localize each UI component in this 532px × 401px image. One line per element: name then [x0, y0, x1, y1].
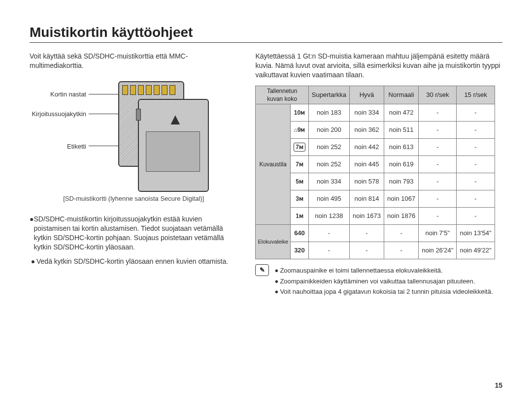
capacity-cell: - — [457, 104, 495, 122]
capacity-cell: - — [457, 208, 495, 225]
bullet-icon: ● — [30, 257, 36, 266]
capacity-cell: - — [457, 156, 495, 173]
capacity-cell: noin 334 — [349, 104, 384, 122]
sd-arrow-icon: ▲ — [167, 109, 183, 130]
capacity-cell: noin 252 — [308, 156, 349, 173]
size-cell: 10ᴍ — [291, 104, 309, 122]
note-2: Zoompainikkeiden käyttäminen voi vaikutt… — [280, 277, 475, 286]
capacity-cell: noin 619 — [384, 156, 419, 173]
capacity-cell: - — [419, 190, 457, 208]
fig-label-sticker: Etiketti — [30, 142, 86, 151]
capacity-cell: noin 511 — [384, 122, 419, 139]
sd-switch-icon — [136, 109, 141, 121]
bullet-icon: ● — [273, 266, 280, 275]
col-header: Normaali — [384, 86, 419, 104]
capacity-cell: noin 445 — [349, 156, 384, 173]
capacity-cell: noin 442 — [349, 139, 384, 156]
figure-caption: [SD-muistikortti (lyhenne sanoista Secur… — [30, 194, 237, 203]
capacity-cell: - — [384, 242, 419, 259]
fig-label-pins: Kortin nastat — [30, 90, 86, 99]
size-cell: 640 — [291, 225, 309, 242]
capacity-cell: - — [419, 122, 457, 139]
row-group-still: Kuvaustila — [256, 104, 291, 225]
left-bullet-1: SD/SDHC-muistikortin kirjoitussuojakytki… — [33, 215, 237, 252]
capacity-cell: noin 472 — [384, 104, 419, 122]
capacity-cell: - — [384, 225, 419, 242]
capacity-cell: noin 362 — [349, 122, 384, 139]
bullet-icon: ● — [273, 287, 280, 296]
note-icon: ✎ — [255, 264, 269, 276]
capacity-cell: - — [308, 242, 349, 259]
capacity-cell: - — [457, 139, 495, 156]
capacity-cell: - — [419, 139, 457, 156]
capacity-cell: noin 1876 — [384, 208, 419, 225]
capacity-cell: - — [419, 173, 457, 190]
capacity-cell: - — [419, 104, 457, 122]
left-bullet-2: Vedä kytkin SD/SDHC-kortin yläosaan enne… — [36, 257, 228, 266]
size-cell: 7ᴍ — [291, 156, 309, 173]
capacity-cell: noin 7'5" — [419, 225, 457, 242]
capacity-cell: noin 814 — [349, 190, 384, 208]
note-3: Voit nauhoittaa jopa 4 gigatavun kokoisi… — [280, 287, 493, 296]
left-intro: Voit käyttää sekä SD/SDHC-muistikorttia … — [30, 52, 237, 70]
col-header: Hyvä — [349, 86, 384, 104]
capacity-cell: noin 1067 — [384, 190, 419, 208]
size-cell: 7ᴍ — [291, 139, 309, 156]
col-header: 30 r/sek — [419, 86, 457, 104]
capacity-cell: noin 334 — [308, 173, 349, 190]
size-cell: 320 — [291, 242, 309, 259]
sd-pins-icon — [122, 85, 175, 95]
note-1: Zoomauspainike ei toimi tallennettaessa … — [280, 266, 442, 275]
capacity-cell: noin 1673 — [349, 208, 384, 225]
capacity-cell: noin 793 — [384, 173, 419, 190]
capacity-cell: noin 183 — [308, 104, 349, 122]
size-cell: ⌂9ᴍ — [291, 122, 309, 139]
capacity-cell: noin 252 — [308, 139, 349, 156]
capacity-cell: noin 495 — [308, 190, 349, 208]
col-header-size: Tallennetun kuvan koko — [256, 86, 308, 104]
capacity-cell: noin 578 — [349, 173, 384, 190]
capacity-cell: - — [457, 173, 495, 190]
bullet-icon: ● — [30, 215, 33, 252]
sd-label-area-icon — [146, 131, 200, 172]
right-intro: Käytettäessä 1 Gt:n SD-muistia kameraan … — [255, 52, 502, 80]
capacity-cell: - — [349, 225, 384, 242]
capacity-cell: - — [457, 190, 495, 208]
fig-label-switch: Kirjoitussuojakytkin — [30, 110, 86, 119]
page-title: Muistikortin käyttöohjeet — [30, 25, 502, 40]
capacity-cell: noin 49'22" — [457, 242, 495, 259]
row-group-movie: Elokuvaleike — [256, 225, 291, 259]
size-cell: 1ᴍ — [291, 208, 309, 225]
capacity-cell: noin 13'54" — [457, 225, 495, 242]
capacity-cell: - — [349, 242, 384, 259]
size-cell: 5ᴍ — [291, 173, 309, 190]
col-header: 15 r/sek — [457, 86, 495, 104]
capacity-cell: - — [419, 208, 457, 225]
sd-card-figure: Kortin nastat Kirjoitussuojakytkin Etike… — [30, 79, 217, 192]
bullet-icon: ● — [273, 277, 280, 286]
capacity-cell: noin 613 — [384, 139, 419, 156]
size-cell: 3ᴍ — [291, 190, 309, 208]
col-header: Supertarkka — [308, 86, 349, 104]
capacity-cell: noin 1238 — [308, 208, 349, 225]
capacity-cell: - — [419, 156, 457, 173]
capacity-cell: - — [457, 122, 495, 139]
capacity-cell: - — [308, 225, 349, 242]
capacity-cell: noin 26'24" — [419, 242, 457, 259]
capacity-table: Tallennetun kuvan koko Supertarkka Hyvä … — [255, 86, 495, 259]
title-rule — [30, 42, 502, 43]
capacity-cell: noin 200 — [308, 122, 349, 139]
page-number: 15 — [495, 381, 502, 389]
